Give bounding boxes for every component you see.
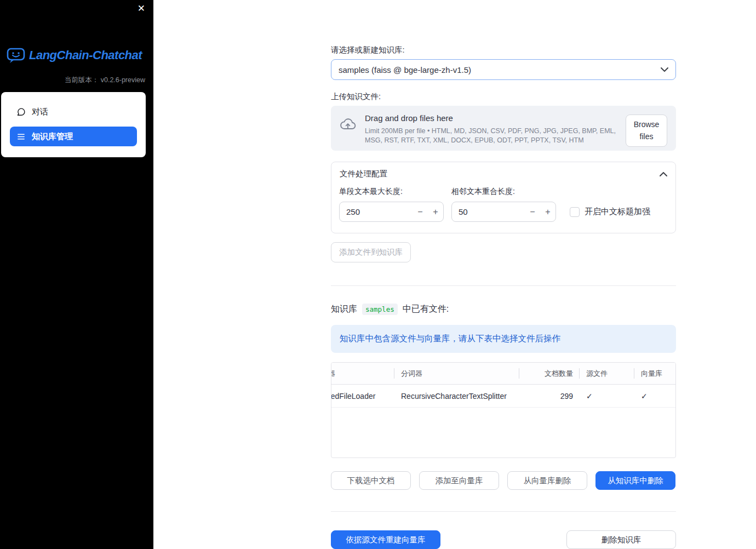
column-header-splitter: 分词器: [394, 363, 519, 384]
main-content: 请选择或新建知识库: samples (faiss @ bge-large-zh…: [331, 0, 676, 549]
close-icon[interactable]: ✕: [138, 4, 145, 13]
column-header-source-file: 源文件: [580, 363, 634, 384]
kb-select-value: samples (faiss @ bge-large-zh-v1.5): [339, 65, 471, 75]
kb-name-code: samples: [362, 304, 398, 315]
expander-header[interactable]: 文件处理配置: [331, 162, 675, 185]
overlap-input[interactable]: [452, 207, 525, 216]
logo-text: LangChain-Chatchat: [29, 48, 142, 62]
file-dropzone[interactable]: Drag and drop files here Limit 200MB per…: [331, 106, 676, 151]
sidebar-nav: 对话 知识库管理: [1, 92, 146, 157]
delete-from-vector-store-button[interactable]: 从向量库删除: [507, 471, 587, 490]
table-header-row: 器 分词器 文档数量 源文件 向量库: [331, 363, 675, 385]
column-header-loader: 器: [331, 363, 394, 384]
upload-label: 上传知识文件:: [331, 92, 676, 102]
expander-title: 文件处理配置: [340, 169, 387, 179]
file-config-expander: 文件处理配置 单段文本最大长度: − + 相邻文本重合长度: − +: [331, 162, 676, 233]
list-icon: [16, 132, 26, 141]
max-length-input-wrap: − +: [339, 202, 444, 222]
chat-bubble-icon: [16, 107, 26, 117]
sidebar-item-label: 对话: [32, 107, 48, 117]
cell-vector-check: ✓: [634, 392, 675, 401]
cell-source-check: ✓: [580, 392, 634, 401]
dropzone-instruction: Drag and drop files here: [365, 113, 617, 123]
title-enhance-checkbox[interactable]: [570, 207, 580, 217]
existing-suffix: 中已有文件:: [403, 304, 449, 315]
info-banner: 知识库中包含源文件与向量库，请从下表中选择文件后操作: [331, 325, 676, 353]
add-to-vector-store-button[interactable]: 添加至向量库: [419, 471, 499, 490]
delete-from-kb-button[interactable]: 从知识库中删除: [595, 471, 675, 490]
chevron-down-icon: [661, 67, 668, 72]
kb-management-row: 依据源文件重建向量库 删除知识库: [331, 530, 676, 549]
expander-body: 单段文本最大长度: − + 相邻文本重合长度: − + 开启中文标题加强: [331, 185, 675, 233]
max-length-input[interactable]: [340, 207, 413, 216]
sidebar-item-chat[interactable]: 对话: [10, 102, 137, 122]
cloud-upload-icon: [340, 118, 356, 134]
table-row[interactable]: redFileLoader RecursiveCharacterTextSpli…: [331, 385, 675, 408]
sidebar-item-label: 知识库管理: [32, 131, 73, 142]
add-files-button[interactable]: 添加文件到知识库: [331, 242, 411, 262]
divider: [331, 511, 676, 512]
max-length-field: 单段文本最大长度: − +: [339, 187, 444, 222]
overlap-label: 相邻文本重合长度:: [451, 187, 556, 197]
dropzone-text-block: Drag and drop files here Limit 200MB per…: [365, 113, 617, 145]
chevron-up-icon: [660, 172, 667, 176]
overlap-field: 相邻文本重合长度: − +: [451, 187, 556, 222]
existing-files-heading: 知识库 samples 中已有文件:: [331, 304, 676, 315]
cell-splitter: RecursiveCharacterTextSplitter: [394, 392, 519, 401]
kb-select[interactable]: samples (faiss @ bge-large-zh-v1.5): [331, 59, 676, 80]
version-label: 当前版本： v0.2.6-preview: [65, 76, 145, 85]
cell-loader: redFileLoader: [331, 392, 394, 401]
sidebar-item-knowledge-base[interactable]: 知识库管理: [10, 127, 137, 146]
overlap-input-wrap: − +: [451, 202, 556, 222]
column-header-doc-count: 文档数量: [519, 363, 580, 384]
divider: [331, 285, 676, 286]
sidebar: ✕ LangChain-Chatchat 当前版本： v0.2.6-previe…: [0, 0, 153, 549]
dropzone-limit-text: Limit 200MB per file • HTML, MD, JSON, C…: [365, 127, 617, 145]
rebuild-vector-store-button[interactable]: 依据源文件重建向量库: [331, 530, 440, 549]
app-logo: LangChain-Chatchat: [7, 47, 142, 64]
logo-chat-icon: [7, 47, 25, 64]
browse-files-button[interactable]: Browse files: [626, 115, 667, 147]
existing-prefix: 知识库: [331, 304, 357, 315]
minus-stepper[interactable]: −: [525, 207, 540, 217]
column-header-vector-store: 向量库: [634, 363, 675, 384]
delete-kb-button[interactable]: 删除知识库: [566, 530, 676, 549]
title-enhance-row: 开启中文标题加强: [570, 207, 650, 217]
plus-stepper[interactable]: +: [540, 207, 555, 217]
files-table: 器 分词器 文档数量 源文件 向量库 redFileLoader Recursi…: [331, 362, 676, 458]
minus-stepper[interactable]: −: [413, 207, 428, 217]
kb-select-label: 请选择或新建知识库:: [331, 45, 676, 55]
cell-doc-count: 299: [519, 392, 580, 401]
max-length-label: 单段文本最大长度:: [339, 187, 444, 197]
file-actions-row: 下载选中文档 添加至向量库 从向量库删除 从知识库中删除: [331, 471, 676, 490]
title-enhance-label: 开启中文标题加强: [585, 207, 650, 217]
download-selected-button[interactable]: 下载选中文档: [331, 471, 411, 490]
plus-stepper[interactable]: +: [428, 207, 443, 217]
